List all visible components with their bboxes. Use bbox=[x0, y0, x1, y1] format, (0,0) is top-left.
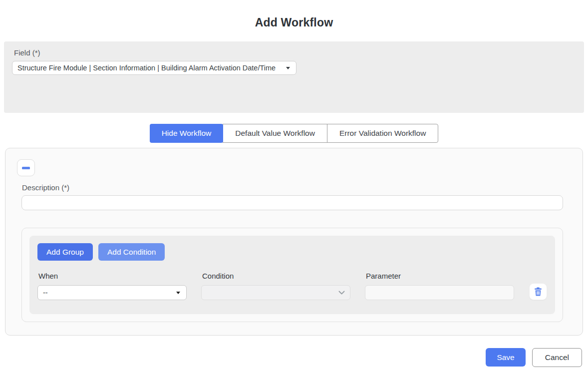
condition-field: Condition bbox=[201, 272, 350, 300]
field-section: Field (*) Structure Fire Module | Sectio… bbox=[4, 41, 584, 113]
remove-workflow-button[interactable] bbox=[17, 159, 35, 176]
workflow-panel: Description (*) Add Group Add Condition … bbox=[5, 148, 583, 336]
chevron-down-icon bbox=[338, 291, 345, 295]
tab-error-validation-workflow[interactable]: Error Validation Workflow bbox=[327, 124, 438, 143]
parameter-label: Parameter bbox=[366, 272, 513, 280]
when-select-value: -- bbox=[43, 289, 48, 297]
description-input[interactable] bbox=[21, 195, 563, 210]
when-select[interactable]: -- bbox=[37, 285, 187, 300]
field-select-value: Structure Fire Module | Section Informat… bbox=[17, 64, 276, 72]
when-field: When -- bbox=[37, 272, 187, 300]
condition-select[interactable] bbox=[201, 285, 350, 300]
trash-icon bbox=[534, 287, 542, 296]
add-condition-button[interactable]: Add Condition bbox=[98, 243, 165, 261]
minus-icon bbox=[22, 167, 30, 169]
tab-hide-workflow[interactable]: Hide Workflow bbox=[150, 124, 224, 143]
field-label: Field (*) bbox=[14, 48, 578, 57]
tab-default-value-workflow[interactable]: Default Value Workflow bbox=[223, 124, 327, 143]
parameter-input[interactable] bbox=[365, 285, 514, 300]
condition-fields-row: When -- Condition Parameter bbox=[37, 272, 547, 300]
chevron-down-icon bbox=[176, 292, 180, 294]
page-title: Add Workflow bbox=[0, 16, 588, 29]
condition-group-panel: Add Group Add Condition When -- Conditio… bbox=[29, 236, 555, 314]
delete-condition-button[interactable] bbox=[529, 283, 547, 300]
footer-actions: Save Cancel bbox=[0, 348, 582, 367]
add-group-button[interactable]: Add Group bbox=[37, 243, 93, 261]
description-label: Description (*) bbox=[22, 183, 583, 192]
parameter-field: Parameter bbox=[365, 272, 514, 300]
cancel-button[interactable]: Cancel bbox=[532, 348, 582, 367]
condition-group-container: Add Group Add Condition When -- Conditio… bbox=[21, 228, 563, 322]
field-select[interactable]: Structure Fire Module | Section Informat… bbox=[12, 61, 296, 75]
when-label: When bbox=[38, 272, 186, 280]
workflow-tabs: Hide Workflow Default Value Workflow Err… bbox=[0, 124, 588, 143]
save-button[interactable]: Save bbox=[486, 348, 525, 367]
condition-label: Condition bbox=[202, 272, 349, 280]
condition-buttons-row: Add Group Add Condition bbox=[37, 243, 547, 261]
chevron-down-icon bbox=[286, 67, 290, 69]
